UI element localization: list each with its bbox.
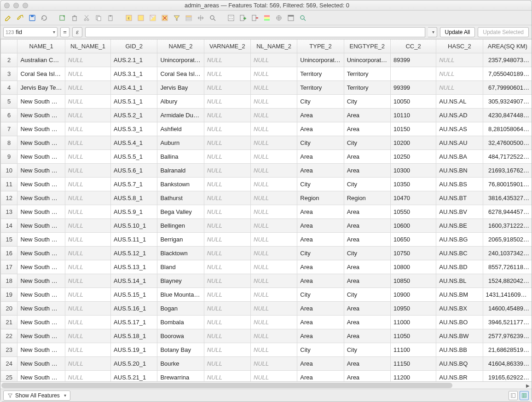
table-cell[interactable]: New South W… bbox=[17, 95, 65, 109]
pencil-icon[interactable] bbox=[3, 13, 13, 23]
table-cell[interactable]: NULL bbox=[251, 343, 297, 357]
table-cell[interactable]: New South W… bbox=[17, 260, 65, 274]
table-cell[interactable]: 14600,45489… bbox=[483, 302, 532, 316]
table-cell[interactable]: NULL bbox=[204, 178, 250, 191]
table-cell[interactable]: 11050 bbox=[390, 329, 436, 343]
row-header[interactable]: 4 bbox=[1, 81, 17, 95]
table-cell[interactable]: NULL bbox=[251, 247, 297, 260]
zoom-to-icon[interactable] bbox=[208, 13, 218, 23]
col-header[interactable]: VARNAME_2 bbox=[204, 40, 250, 53]
table-cell[interactable]: Area bbox=[344, 219, 390, 233]
select-all-icon[interactable] bbox=[136, 13, 146, 23]
minimize-icon[interactable] bbox=[13, 3, 19, 8]
table-cell[interactable]: NULL bbox=[251, 164, 297, 178]
table-cell[interactable]: New South W… bbox=[17, 109, 65, 122]
pan-to-icon[interactable] bbox=[196, 13, 206, 23]
table-cell[interactable]: 32,47600500… bbox=[483, 136, 532, 150]
row-header[interactable]: 24 bbox=[1, 357, 17, 371]
col-header[interactable]: CC_2 bbox=[390, 40, 436, 53]
table-row[interactable]: 8New South W…NULLAUS.5.4_1AuburnNULLNULL… bbox=[1, 136, 532, 150]
table-cell[interactable]: NULL bbox=[204, 233, 250, 247]
table-cell[interactable]: Jervis Bay bbox=[157, 81, 204, 95]
row-header[interactable]: 9 bbox=[1, 150, 17, 164]
table-cell[interactable]: NULL bbox=[251, 316, 297, 329]
table-cell[interactable]: NULL bbox=[251, 302, 297, 316]
table-cell[interactable]: NULL bbox=[204, 53, 250, 67]
table-cell[interactable]: Area bbox=[344, 329, 390, 343]
table-cell[interactable]: Coral Sea Isla… bbox=[17, 67, 65, 81]
table-cell[interactable]: 11200 bbox=[390, 371, 436, 382]
table-cell[interactable]: 2357,948073… bbox=[483, 53, 532, 67]
table-cell[interactable]: Area bbox=[344, 302, 390, 316]
col-header[interactable]: AREA(SQ KM) bbox=[483, 40, 532, 53]
table-cell[interactable]: AU.NS.BG bbox=[436, 233, 483, 247]
table-cell[interactable]: Balranald bbox=[157, 164, 204, 178]
table-cell[interactable]: 1431,1416092… bbox=[483, 288, 532, 302]
table-cell[interactable]: 11100 bbox=[390, 343, 436, 357]
table-cell[interactable]: NULL bbox=[65, 122, 110, 136]
table-cell[interactable]: 76,80015901… bbox=[483, 178, 532, 191]
table-cell[interactable]: Australian Ca… bbox=[17, 53, 65, 67]
table-cell[interactable]: Area bbox=[297, 164, 344, 178]
table-cell[interactable]: 10850 bbox=[390, 274, 436, 288]
table-cell[interactable]: AU.NS.BV bbox=[436, 205, 483, 219]
paste-icon[interactable] bbox=[105, 13, 116, 23]
equals-label[interactable]: = bbox=[60, 27, 69, 37]
table-cell[interactable]: NULL bbox=[204, 67, 250, 81]
row-header[interactable]: 17 bbox=[1, 260, 17, 274]
table-cell[interactable]: Area bbox=[344, 274, 390, 288]
table-cell[interactable]: NULL bbox=[65, 150, 110, 164]
table-cell[interactable]: NULL bbox=[251, 150, 297, 164]
row-header[interactable]: 2 bbox=[1, 53, 17, 67]
table-cell[interactable]: AUS.4.1_1 bbox=[111, 81, 157, 95]
table-cell[interactable]: NULL bbox=[204, 191, 250, 205]
form-view-icon[interactable] bbox=[298, 13, 308, 23]
table-cell[interactable]: AUS.5.10_1 bbox=[111, 219, 157, 233]
table-cell[interactable]: New South W… bbox=[17, 371, 65, 382]
table-cell[interactable]: NULL bbox=[251, 95, 297, 109]
table-cell[interactable]: AUS.5.3_1 bbox=[111, 122, 157, 136]
copy-icon[interactable] bbox=[93, 13, 104, 23]
table-cell[interactable]: 10950 bbox=[390, 302, 436, 316]
table-row[interactable]: 23New South W…NULLAUS.5.19_1Botany BayNU… bbox=[1, 343, 532, 357]
table-cell[interactable]: 2065,918502… bbox=[483, 233, 532, 247]
table-cell[interactable]: 10750 bbox=[390, 247, 436, 260]
field-calc-icon[interactable] bbox=[226, 13, 236, 23]
table-cell[interactable]: AUS.5.5_1 bbox=[111, 150, 157, 164]
table-cell[interactable]: NULL bbox=[204, 371, 250, 382]
table-cell[interactable]: 10800 bbox=[390, 260, 436, 274]
titlebar[interactable]: admin_areas — Features Total: 569, Filte… bbox=[0, 0, 532, 11]
table-cell[interactable]: NULL bbox=[251, 136, 297, 150]
add-feature-icon[interactable] bbox=[58, 13, 68, 23]
table-cell[interactable]: New South W… bbox=[17, 136, 65, 150]
table-cell[interactable]: AUS.5.18_1 bbox=[111, 329, 157, 343]
table-row[interactable]: 22New South W…NULLAUS.5.18_1BoorowaNULLN… bbox=[1, 329, 532, 343]
table-cell[interactable]: NULL bbox=[65, 260, 110, 274]
table-cell[interactable]: New South W… bbox=[17, 122, 65, 136]
table-row[interactable]: 3Coral Sea Isla…NULLAUS.3.1_1Coral Sea I… bbox=[1, 67, 532, 81]
corner-header[interactable] bbox=[1, 40, 17, 53]
table-row[interactable]: 16New South W…NULLAUS.5.12_1BlacktownNUL… bbox=[1, 247, 532, 260]
table-cell[interactable]: NULL bbox=[436, 81, 483, 95]
table-cell[interactable]: Berrigan bbox=[157, 233, 204, 247]
deselect-icon[interactable] bbox=[160, 13, 170, 23]
table-cell[interactable]: NULL bbox=[65, 81, 110, 95]
table-cell[interactable]: NULL bbox=[251, 260, 297, 274]
table-cell[interactable]: AUS.5.2_1 bbox=[111, 109, 157, 122]
multi-edit-icon[interactable] bbox=[15, 13, 25, 23]
table-cell[interactable]: NULL bbox=[65, 191, 110, 205]
table-cell[interactable]: NULL bbox=[204, 219, 250, 233]
table-cell[interactable]: New South W… bbox=[17, 178, 65, 191]
table-cell[interactable]: AUS.5.9_1 bbox=[111, 205, 157, 219]
table-cell[interactable]: Brewarrina bbox=[157, 371, 204, 382]
table-row[interactable]: 12New South W…NULLAUS.5.8_1BathurstNULLN… bbox=[1, 191, 532, 205]
table-cell[interactable]: NULL bbox=[204, 260, 250, 274]
col-header[interactable]: ENGTYPE_2 bbox=[344, 40, 390, 53]
table-cell[interactable]: NULL bbox=[251, 274, 297, 288]
table-cell[interactable]: Area bbox=[297, 233, 344, 247]
table-cell[interactable]: NULL bbox=[65, 233, 110, 247]
new-field-icon[interactable] bbox=[238, 13, 248, 23]
actions-icon[interactable] bbox=[274, 13, 284, 23]
close-icon[interactable] bbox=[4, 3, 10, 8]
table-cell[interactable]: 4230,847448… bbox=[483, 109, 532, 122]
